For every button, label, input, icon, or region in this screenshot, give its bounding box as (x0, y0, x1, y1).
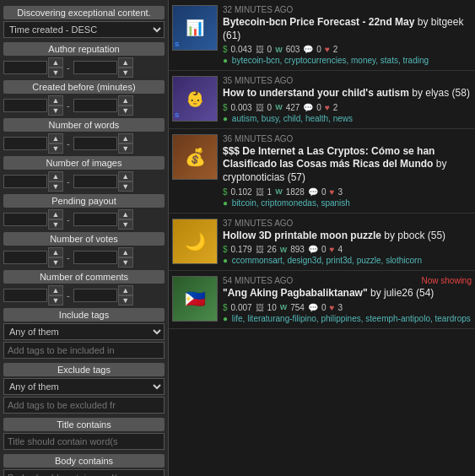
post-votes-5: 3 (337, 303, 343, 312)
author-rep-min-down[interactable]: ▼ (48, 68, 63, 78)
include-tags-input[interactable] (3, 342, 165, 359)
title-contains-input[interactable] (3, 433, 165, 450)
comments-max-spinner: Max ▲ ▼ (73, 285, 133, 306)
comments-min-input[interactable]: Min (3, 289, 47, 302)
post-meta-2: 35 MINUTES AGO (223, 76, 472, 85)
payout-max-input[interactable]: Max (73, 213, 117, 226)
post-card-4[interactable]: 🌙37 MINUTES AGOHollow 3D printable moon … (169, 214, 475, 272)
comments-min-down[interactable]: ▼ (48, 295, 63, 306)
images-min-up[interactable]: ▲ (48, 171, 63, 181)
words-min-up[interactable]: ▲ (48, 133, 63, 143)
post-title-3[interactable]: $$$ De Internet a Las Cryptos: Cómo se h… (223, 145, 472, 185)
now-showing-badge-5: Now showing (422, 276, 472, 285)
post-content-5: 54 MINUTES AGONow showing"Ang Aking Pagb… (223, 276, 472, 323)
votes-min-up[interactable]: ▲ (48, 247, 63, 257)
votes-min-input[interactable]: 2 (3, 251, 47, 264)
exclude-tags-select[interactable]: Any of them (3, 378, 165, 395)
post-comments-4: 0 (321, 245, 327, 254)
images-min-down[interactable]: ▼ (48, 181, 63, 192)
include-tags-select[interactable]: Any of them (3, 323, 165, 340)
post-stats-1: $0.043🖼0W603💬0♥2 (223, 45, 472, 54)
post-title-2[interactable]: How to understand your child's autism by… (223, 87, 472, 100)
author-rep-max-input[interactable]: 65 (73, 61, 117, 74)
post-title-4[interactable]: Hollow 3D printable moon puzzle by pbock… (223, 230, 472, 243)
dollar-icon-3: $ (223, 187, 228, 197)
payout-max-up[interactable]: ▲ (118, 209, 133, 219)
dash-5: - (67, 214, 70, 224)
post-comments-5: 0 (321, 303, 327, 312)
votes-max-up[interactable]: ▲ (118, 247, 133, 257)
votes-max-down[interactable]: ▼ (118, 257, 133, 268)
post-author-4: by pbock (55) (381, 230, 445, 241)
image-icon-1: 🖼 (256, 45, 264, 54)
dash-7: - (67, 290, 70, 300)
dash-3: - (67, 138, 70, 149)
dash-4: - (67, 176, 70, 187)
created-max-input[interactable]: 60 (73, 99, 117, 112)
images-min-buttons: ▲ ▼ (48, 171, 63, 192)
post-stats-2: $0.003🖼0W427💬0♥2 (223, 103, 472, 112)
payout-min-up[interactable]: ▲ (48, 209, 63, 219)
comment-icon-5: 💬 (308, 303, 318, 312)
body-contains-label: Body contains (3, 454, 165, 468)
post-title-1[interactable]: Bytecoin-bcn Price Forecast - 22nd May b… (223, 16, 472, 42)
exclude-tags-input[interactable] (3, 397, 165, 414)
comments-max-up[interactable]: ▲ (118, 285, 133, 295)
post-author-3: by cryptonoticias (57) (223, 158, 446, 183)
post-card-1[interactable]: 📊S32 MINUTES AGOBytecoin-bcn Price Forec… (169, 0, 475, 71)
words-min-down[interactable]: ▼ (48, 143, 63, 154)
words-min-input[interactable]: 400 (3, 137, 47, 150)
votes-max-input[interactable]: 4 (73, 251, 117, 264)
post-words-4: 893 (290, 245, 305, 254)
post-content-4: 37 MINUTES AGOHollow 3D printable moon p… (223, 219, 472, 266)
payout-min-input[interactable]: 0.0 (3, 213, 47, 226)
top-label: Discovering exceptional content. (3, 6, 165, 19)
images-max-up[interactable]: ▲ (118, 171, 133, 181)
dash-6: - (67, 252, 70, 262)
author-rep-min-up[interactable]: ▲ (48, 57, 63, 68)
author-rep-min-input[interactable]: 50 (3, 61, 47, 74)
heart-icon-3: ♥ (329, 187, 334, 197)
created-min-down[interactable]: ▼ (48, 105, 63, 116)
include-tags-label: Include tags (3, 308, 165, 322)
votes-row: 2 ▲ ▼ - 4 ▲ ▼ (3, 247, 165, 268)
post-stats-4: $0.179🖼26W893💬0♥4 (223, 245, 472, 254)
post-votes-2: 2 (333, 103, 338, 112)
images-max-spinner: Max ▲ ▼ (73, 171, 133, 192)
words-max-down[interactable]: ▼ (118, 143, 133, 154)
comments-max-down[interactable]: ▼ (118, 295, 133, 306)
votes-min-down[interactable]: ▼ (48, 257, 63, 268)
word-icon-4: W (280, 246, 288, 254)
comments-min-up[interactable]: ▲ (48, 285, 63, 295)
post-card-2[interactable]: 👶S35 MINUTES AGOHow to understand your c… (169, 71, 475, 129)
payout-min-down[interactable]: ▼ (48, 219, 63, 230)
sort-select[interactable]: Time created - DESC (3, 21, 165, 38)
post-card-5[interactable]: 🇵🇭54 MINUTES AGONow showing"Ang Aking Pa… (169, 271, 475, 329)
images-min-spinner: Min ▲ ▼ (3, 171, 63, 192)
post-dollar-5: 0.007 (231, 303, 252, 312)
created-min-input[interactable]: 30 (3, 99, 47, 112)
comments-max-input[interactable]: Max (73, 289, 117, 302)
dollar-icon-2: $ (223, 103, 228, 112)
author-rep-max-down[interactable]: ▼ (118, 68, 133, 78)
words-max-input[interactable]: Max (73, 137, 117, 150)
images-max-down[interactable]: ▼ (118, 181, 133, 192)
right-panel: 📊S32 MINUTES AGOBytecoin-bcn Price Forec… (169, 0, 475, 476)
body-contains-input[interactable] (3, 469, 165, 476)
payout-label: Pending payout (3, 194, 165, 208)
created-before-row: 30 ▲ ▼ - 60 ▲ ▼ (3, 95, 165, 116)
created-max-down[interactable]: ▼ (118, 105, 133, 116)
author-rep-max-up[interactable]: ▲ (118, 57, 133, 68)
images-row: Min ▲ ▼ - Max ▲ ▼ (3, 171, 165, 192)
images-min-input[interactable]: Min (3, 175, 47, 188)
created-max-up[interactable]: ▲ (118, 95, 133, 105)
votes-label: Number of votes (3, 232, 165, 246)
words-max-up[interactable]: ▲ (118, 133, 133, 143)
images-max-input[interactable]: Max (73, 175, 117, 188)
exclude-tags-label: Exclude tags (3, 363, 165, 376)
post-title-5[interactable]: "Ang Aking Pagbabaliktanaw" by julie26 (… (223, 287, 472, 300)
created-min-up[interactable]: ▲ (48, 95, 63, 105)
payout-max-down[interactable]: ▼ (118, 219, 133, 230)
post-card-3[interactable]: 💰36 MINUTES AGO$$$ De Internet a Las Cry… (169, 129, 475, 214)
post-dollar-4: 0.179 (231, 245, 252, 254)
